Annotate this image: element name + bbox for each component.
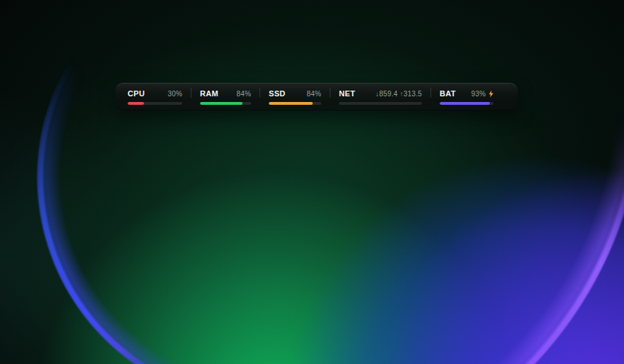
ram-progress-track xyxy=(200,102,251,105)
section-divider xyxy=(330,88,330,98)
ssd-progress-track xyxy=(269,102,321,105)
monitor-section-cpu: CPU 30% xyxy=(128,83,182,110)
desktop: CPU 30% RAM 84% SSD 84% xyxy=(0,0,624,364)
ssd-label: SSD xyxy=(269,89,286,98)
ssd-value: 84% xyxy=(306,90,321,98)
cpu-value: 30% xyxy=(167,90,182,98)
ssd-progress-fill xyxy=(269,102,313,105)
monitor-section-battery: BAT 93% xyxy=(440,83,494,110)
battery-value: 93% xyxy=(471,90,486,98)
desktop-wallpaper xyxy=(0,0,624,364)
ram-value: 84% xyxy=(236,90,251,98)
section-divider xyxy=(191,88,191,98)
net-label: NET xyxy=(339,89,355,98)
system-monitor-widget[interactable]: CPU 30% RAM 84% SSD 84% xyxy=(116,83,518,110)
net-value: ↓859.4 ↑313.5 xyxy=(376,90,422,98)
cpu-label: CPU xyxy=(128,89,145,98)
monitor-section-ssd: SSD 84% xyxy=(269,83,321,110)
battery-label: BAT xyxy=(440,89,456,98)
battery-progress-track xyxy=(440,102,494,105)
battery-progress-fill xyxy=(440,102,490,105)
section-divider xyxy=(260,88,260,98)
ram-progress-fill xyxy=(200,102,243,105)
charging-bolt-icon xyxy=(489,90,494,98)
net-progress-track xyxy=(339,102,422,105)
ram-label: RAM xyxy=(200,89,218,98)
monitor-section-ram: RAM 84% xyxy=(200,83,251,110)
cpu-progress-fill xyxy=(128,102,144,105)
cpu-progress-track xyxy=(128,102,182,105)
section-divider xyxy=(430,88,431,98)
monitor-section-net: NET ↓859.4 ↑313.5 xyxy=(339,83,422,110)
